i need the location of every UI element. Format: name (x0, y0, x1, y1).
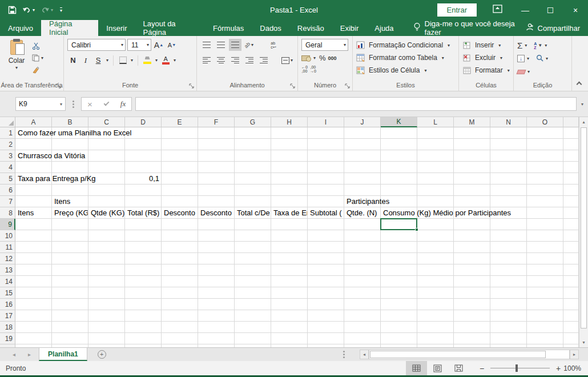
italic-button[interactable]: I (80, 54, 91, 66)
save-icon[interactable] (6, 5, 19, 15)
tab-layout-da-pagina[interactable]: Layout da Página (135, 20, 205, 36)
cell-B14[interactable] (52, 276, 88, 287)
paste-dropdown-icon[interactable]: ▾ (15, 65, 18, 70)
scroll-up-icon[interactable]: ▴ (579, 117, 588, 127)
column-header-N[interactable]: N (490, 117, 527, 127)
cell-B18[interactable] (52, 322, 88, 333)
cell-N18[interactable] (490, 322, 527, 333)
cell-M14[interactable] (454, 276, 490, 287)
cell-M9[interactable] (454, 219, 490, 230)
cell-J15[interactable] (344, 287, 381, 299)
cell-E17[interactable] (162, 310, 198, 322)
cell-I10[interactable] (308, 230, 344, 242)
horizontal-scroll-thumb[interactable] (370, 351, 546, 358)
column-header-I[interactable]: I (308, 117, 344, 127)
undo-button[interactable]: ▾ (20, 5, 37, 15)
normal-view-button[interactable] (406, 361, 427, 375)
font-color-button[interactable]: A (160, 54, 171, 66)
cell-M3[interactable] (454, 150, 490, 162)
row-header-12[interactable]: 12 (0, 253, 15, 264)
conditional-formatting-button[interactable]: Formatação Condicional ▾ (356, 39, 455, 51)
orientation-button[interactable]: ab▾ (243, 39, 256, 51)
cell-J17[interactable] (344, 310, 381, 322)
column-header-H[interactable]: H (271, 117, 308, 127)
cell-C9[interactable] (88, 219, 125, 230)
cell-D16[interactable] (125, 299, 162, 310)
bottom-align-button[interactable] (229, 39, 241, 51)
cell-O18[interactable] (527, 322, 563, 333)
cell-C3[interactable] (88, 150, 125, 162)
zoom-out-button[interactable]: − (478, 364, 485, 373)
cell-J10[interactable] (344, 230, 381, 242)
sheet-tab-planilha1[interactable]: Planilha1 (39, 348, 87, 361)
column-header-L[interactable]: L (417, 117, 454, 127)
cell-N15[interactable] (490, 287, 527, 299)
cell-L17[interactable] (417, 310, 454, 322)
decrease-indent-button[interactable] (243, 54, 256, 66)
align-right-button[interactable] (229, 54, 241, 66)
cell-B11[interactable] (52, 242, 88, 253)
paste-button[interactable]: Colar ▾ (3, 39, 30, 81)
find-select-button[interactable]: ▾ (536, 54, 549, 63)
cell-G15[interactable] (235, 287, 271, 299)
cell-A10[interactable] (15, 230, 52, 242)
cell-N16[interactable] (490, 299, 527, 310)
cell-O14[interactable] (527, 276, 563, 287)
cell-I9[interactable] (308, 219, 344, 230)
fill-color-dropdown-icon[interactable]: ▾ (154, 58, 159, 63)
zoom-in-button[interactable]: + (555, 364, 562, 373)
cell-H9[interactable] (271, 219, 308, 230)
cell-O15[interactable] (527, 287, 563, 299)
cell-K11[interactable] (381, 242, 417, 253)
row-header-19[interactable]: 19 (0, 333, 15, 344)
font-name-dropdown-icon[interactable]: ▾ (119, 42, 123, 47)
cell-D2[interactable] (125, 139, 162, 150)
cell-K4[interactable] (381, 162, 417, 173)
cell-N13[interactable] (490, 264, 527, 276)
cell-E2[interactable] (162, 139, 198, 150)
sheet-next-icon[interactable]: ▸ (28, 351, 31, 358)
column-header-A[interactable]: A (15, 117, 52, 127)
cell-H3[interactable] (271, 150, 308, 162)
cell-G4[interactable] (235, 162, 271, 173)
cell-E3[interactable] (162, 150, 198, 162)
row-header-18[interactable]: 18 (0, 322, 15, 333)
copy-dropdown-icon[interactable]: ▾ (41, 55, 43, 61)
cell-J6[interactable] (344, 185, 381, 196)
clear-button[interactable]: ▾ (517, 69, 531, 74)
delete-cells-button[interactable]: Excluir ▾ (462, 51, 510, 64)
cell-G11[interactable] (235, 242, 271, 253)
cell-I3[interactable] (308, 150, 344, 162)
number-dialog-launcher-icon[interactable] (345, 83, 351, 89)
cell-A15[interactable] (15, 287, 52, 299)
cell-K18[interactable] (381, 322, 417, 333)
cell-G6[interactable] (235, 185, 271, 196)
cell-O9[interactable] (527, 219, 563, 230)
cell-G5[interactable] (235, 173, 271, 185)
cell-B7[interactable]: Itens (52, 196, 88, 207)
cell-G9[interactable] (235, 219, 271, 230)
cell-K12[interactable] (381, 253, 417, 264)
cell-L10[interactable] (417, 230, 454, 242)
cell-L3[interactable] (417, 150, 454, 162)
cell-D3[interactable] (125, 150, 162, 162)
cell-M2[interactable] (454, 139, 490, 150)
cell-I2[interactable] (308, 139, 344, 150)
cell-C13[interactable] (88, 264, 125, 276)
cell-I7[interactable] (308, 196, 344, 207)
cell-C15[interactable] (88, 287, 125, 299)
cell-I4[interactable] (308, 162, 344, 173)
cell-E5[interactable] (162, 173, 198, 185)
sign-in-button[interactable]: Entrar (437, 3, 477, 17)
tab-pagina-inicial[interactable]: Página Inicial (41, 20, 98, 36)
cell-A17[interactable] (15, 310, 52, 322)
cell-O7[interactable] (527, 196, 563, 207)
alignment-dialog-launcher-icon[interactable] (290, 83, 296, 89)
tell-me-box[interactable]: Diga-me o que você deseja fazer (413, 20, 526, 36)
cell-O1[interactable] (527, 127, 563, 139)
cell-M17[interactable] (454, 310, 490, 322)
row-header-8[interactable]: 8 (0, 207, 15, 219)
percent-style-button[interactable]: % (319, 54, 326, 62)
cell-K1[interactable] (381, 127, 417, 139)
cell-A5[interactable]: Taxa para Entrega p/Kg (15, 173, 52, 185)
